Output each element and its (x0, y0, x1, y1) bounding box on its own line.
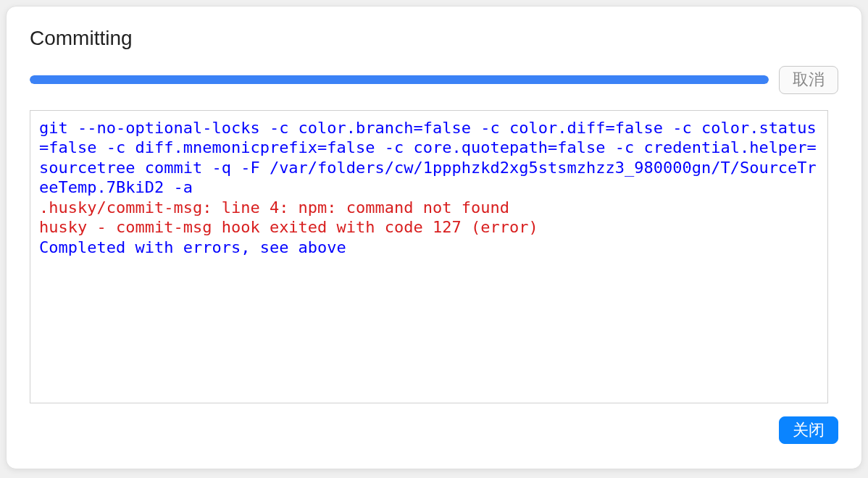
console-command: git --no-optional-locks -c color.branch=… (39, 119, 817, 197)
commit-dialog: Committing 取消 git --no-optional-locks -c… (6, 6, 862, 469)
dialog-title: Committing (30, 27, 838, 50)
dialog-footer: 关闭 (30, 416, 838, 445)
close-button[interactable]: 关闭 (779, 416, 838, 445)
console-completed: Completed with errors, see above (39, 238, 346, 256)
progress-fill (30, 75, 769, 84)
progress-row: 取消 (30, 66, 838, 94)
cancel-button[interactable]: 取消 (779, 66, 838, 94)
console-error-2: husky - commit-msg hook exited with code… (39, 218, 538, 236)
console-error-1: .husky/commit-msg: line 4: npm: command … (39, 198, 509, 217)
console-output[interactable]: git --no-optional-locks -c color.branch=… (30, 110, 828, 403)
progress-bar (30, 75, 769, 84)
